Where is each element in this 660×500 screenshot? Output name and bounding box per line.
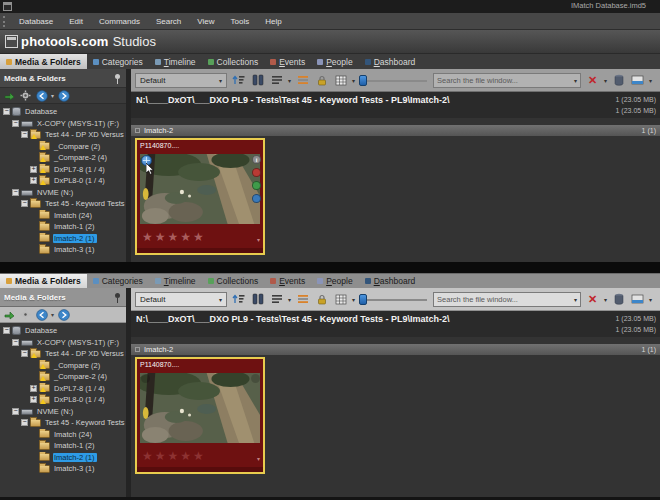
tab-events[interactable]: Events: [264, 54, 311, 69]
tab-people[interactable]: People: [311, 274, 358, 288]
grid-view-button[interactable]: [333, 73, 348, 88]
grid-dropdown-icon[interactable]: ▾: [352, 77, 355, 84]
menu-item-tools[interactable]: Tools: [223, 13, 258, 30]
tree-item-x-copy-msys-1t-f[interactable]: −X-COPY (MSYS-1T) (F:): [0, 337, 126, 349]
tree-item-dxpl8-0-1-4[interactable]: +DxPL8-0 (1 / 4): [0, 175, 126, 187]
tree-settings-button[interactable]: [19, 308, 32, 321]
tree-item-nvme-n[interactable]: −NVME (N:): [0, 187, 126, 199]
expand-icon[interactable]: +: [30, 385, 37, 392]
view-mode-dropdown-icon[interactable]: ▾: [288, 77, 291, 84]
view-mode-button[interactable]: [269, 292, 284, 307]
search-dropdown-icon[interactable]: ▾: [574, 296, 577, 303]
tree-item-imatch-3-1[interactable]: Imatch-3 (1): [0, 244, 126, 256]
tree-item-test-44-dp-xd-versus-dp-xd2[interactable]: −Test 44 - DP XD Versus DP XD2: [0, 348, 126, 360]
expand-icon[interactable]: +: [30, 177, 37, 184]
tree-item-dxpl8-0-1-4[interactable]: +DxPL8-0 (1 / 4): [0, 394, 126, 406]
thumbnail-size-slider[interactable]: [359, 73, 429, 88]
clear-filter-button[interactable]: ✕: [585, 73, 600, 88]
reject-flag-icon[interactable]: [252, 168, 261, 177]
tree-settings-button[interactable]: [19, 89, 32, 102]
accept-flag-icon[interactable]: [252, 181, 261, 190]
database-panel-button[interactable]: [611, 292, 626, 307]
tree-item-imatch-1-2[interactable]: Imatch-1 (2): [0, 440, 126, 452]
reveal-folder-button[interactable]: [3, 89, 16, 102]
menu-item-search[interactable]: Search: [148, 13, 189, 30]
collapse-icon[interactable]: −: [12, 120, 19, 127]
history-back-button[interactable]: [35, 89, 48, 102]
collapse-icon[interactable]: −: [12, 189, 19, 196]
dual-pane-button[interactable]: [250, 292, 265, 307]
tree-item-imatch-2-1[interactable]: Imatch-2 (1): [0, 233, 126, 245]
tree-item-dxpl7-8-1-4[interactable]: +DxPL7-8 (1 / 4): [0, 383, 126, 395]
database-panel-button[interactable]: [611, 73, 626, 88]
pin-icon[interactable]: [113, 292, 122, 303]
group-header[interactable]: Imatch-2 1 (1): [131, 344, 660, 355]
tree-item-compare-2[interactable]: _Compare (2): [0, 141, 126, 153]
tab-collections[interactable]: Collections: [202, 274, 265, 288]
menu-item-help[interactable]: Help: [257, 13, 289, 30]
collapse-icon[interactable]: −: [3, 108, 10, 115]
panel-layout-dropdown-icon[interactable]: ▾: [649, 77, 652, 84]
tree-item-compare-2[interactable]: _Compare (2): [0, 360, 126, 372]
tab-collections[interactable]: Collections: [202, 54, 265, 69]
dual-pane-button[interactable]: [250, 73, 265, 88]
tab-categories[interactable]: Categories: [87, 54, 149, 69]
star-rating[interactable]: ★★★★★: [142, 230, 249, 245]
layout-preset-select[interactable]: Default ▾: [135, 292, 227, 307]
search-input[interactable]: [437, 76, 574, 85]
reveal-folder-button[interactable]: [3, 308, 16, 321]
layout-preset-select[interactable]: Default ▾: [135, 73, 227, 88]
menu-item-commands[interactable]: Commands: [91, 13, 148, 30]
menu-item-view[interactable]: View: [189, 13, 222, 30]
filter-dropdown-icon[interactable]: ▾: [604, 77, 607, 84]
tree-item-test-45-keyword-tests-pl9[interactable]: −Test 45 - Keyword Tests - PL9 (: [0, 198, 126, 210]
search-dropdown-icon[interactable]: ▾: [574, 77, 577, 84]
history-forward-button[interactable]: [57, 89, 70, 102]
tree-item-database[interactable]: −Database: [0, 106, 126, 118]
tree-item-imatch-24[interactable]: Imatch (24): [0, 210, 126, 222]
tab-timeline[interactable]: Timeline: [149, 54, 202, 69]
info-icon[interactable]: i: [252, 155, 261, 164]
tab-people[interactable]: People: [311, 54, 358, 69]
tree-item-imatch-1-2[interactable]: Imatch-1 (2): [0, 221, 126, 233]
tree-item-nvme-n[interactable]: −NVME (N:): [0, 406, 126, 418]
lock-button[interactable]: [314, 73, 329, 88]
grid-view-button[interactable]: [333, 292, 348, 307]
tab-categories[interactable]: Categories: [87, 274, 149, 288]
thumbnail-card[interactable]: P1140870....: [135, 138, 265, 255]
view-mode-dropdown-icon[interactable]: ▾: [288, 296, 291, 303]
tab-media-folders[interactable]: Media & Folders: [0, 54, 87, 69]
history-back-button[interactable]: [35, 308, 48, 321]
group-lines-button[interactable]: [295, 73, 310, 88]
tree-item-imatch-2-1[interactable]: Imatch-2 (1): [0, 452, 126, 464]
tree-item-compare-2-4[interactable]: _Compare-2 (4): [0, 371, 126, 383]
sort-button[interactable]: [231, 73, 246, 88]
filter-dropdown-icon[interactable]: ▾: [604, 296, 607, 303]
group-collapse-icon[interactable]: [135, 347, 140, 352]
thumbnail-size-slider[interactable]: [359, 292, 429, 307]
lock-button[interactable]: [314, 292, 329, 307]
tab-events[interactable]: Events: [264, 274, 311, 288]
collapse-icon[interactable]: −: [21, 131, 28, 138]
view-mode-button[interactable]: [269, 73, 284, 88]
expand-icon[interactable]: +: [30, 166, 37, 173]
tab-timeline[interactable]: Timeline: [149, 274, 202, 288]
review-flag-icon[interactable]: [252, 194, 261, 203]
group-header[interactable]: Imatch-2 1 (1): [131, 125, 660, 136]
tab-dashboard[interactable]: Dashboard: [359, 274, 422, 288]
grid-dropdown-icon[interactable]: ▾: [352, 296, 355, 303]
tree-item-compare-2-4[interactable]: _Compare-2 (4): [0, 152, 126, 164]
clear-filter-button[interactable]: ✕: [585, 292, 600, 307]
history-dropdown-icon[interactable]: ▾: [51, 92, 54, 99]
collapse-icon[interactable]: −: [21, 419, 28, 426]
collapse-icon[interactable]: −: [21, 350, 28, 357]
tree-item-imatch-24[interactable]: Imatch (24): [0, 429, 126, 441]
rating-dropdown-icon[interactable]: ▾: [257, 236, 260, 243]
tree-item-imatch-3-1[interactable]: Imatch-3 (1): [0, 463, 126, 475]
pin-icon[interactable]: [113, 73, 122, 84]
history-forward-button[interactable]: [57, 308, 70, 321]
search-input[interactable]: [437, 295, 574, 304]
collapse-icon[interactable]: −: [21, 200, 28, 207]
expand-icon[interactable]: +: [30, 396, 37, 403]
tree-item-x-copy-msys-1t-f[interactable]: −X-COPY (MSYS-1T) (F:): [0, 118, 126, 130]
